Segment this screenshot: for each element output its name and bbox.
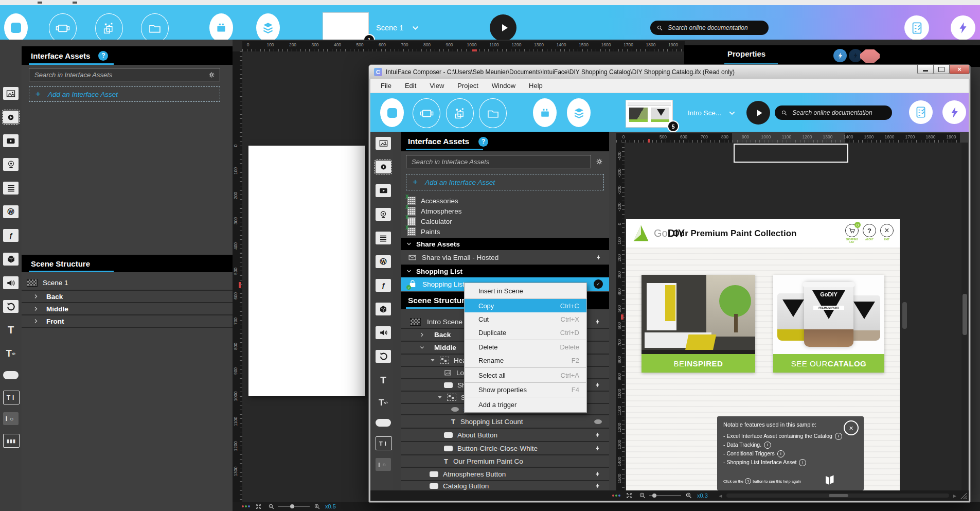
devices-button[interactable]	[49, 13, 77, 43]
button-asset-button[interactable]	[3, 371, 19, 379]
scene-row-scene1[interactable]: Scene 1	[22, 275, 233, 291]
zoom-out-icon[interactable]	[268, 503, 275, 510]
layers-button[interactable]	[567, 98, 591, 127]
checklist-button[interactable]	[909, 100, 933, 124]
scene-row-atmospheres-button[interactable]: Atmospheres Button	[401, 468, 609, 481]
menu-edit[interactable]: Edit	[405, 82, 416, 90]
text-input-asset-button[interactable]: TI	[376, 436, 392, 450]
text-asset-button[interactable]: T	[376, 374, 391, 386]
undo-asset-button[interactable]	[3, 300, 19, 313]
webcam-asset-button[interactable]	[376, 208, 391, 221]
info-icon[interactable]: i	[799, 459, 806, 466]
group-share-assets[interactable]: Share Assets	[401, 238, 609, 250]
asset-row-share-email[interactable]: Share via Email - Hosted	[401, 251, 609, 265]
menu-item-duplicate[interactable]: DuplicateCtrl+D	[465, 326, 586, 340]
3d-asset-button[interactable]	[3, 253, 19, 266]
undo-asset-button[interactable]	[376, 350, 391, 363]
scene-thumbnail[interactable]	[626, 100, 673, 128]
scroll-right-arrow[interactable]: ►	[952, 493, 957, 499]
content-library-button[interactable]	[141, 13, 169, 43]
h-scrollbar-thumb[interactable]	[829, 494, 848, 497]
resize-grip[interactable]	[959, 492, 967, 499]
snap-grid-icon[interactable]	[612, 495, 620, 497]
layers-button[interactable]	[256, 13, 280, 42]
catalog-banner[interactable]: SEE OUR CATALOG	[773, 354, 884, 373]
popup-close-icon[interactable]: ×	[844, 420, 859, 435]
checklist-button[interactable]	[904, 15, 929, 40]
video-player-asset-button[interactable]	[3, 134, 19, 147]
richtext-asset-button[interactable]: T‹/›	[376, 396, 391, 409]
devices-button[interactable]	[413, 98, 440, 128]
asset-row-atmospheres[interactable]: X Atmospheres	[407, 206, 608, 216]
snap-grid-icon[interactable]	[242, 505, 250, 507]
menu-project[interactable]: Project	[457, 82, 478, 90]
info-icon[interactable]: i	[777, 450, 785, 457]
video-player-asset-button[interactable]	[376, 184, 391, 197]
about-button[interactable]: ? ABOUT	[861, 224, 878, 241]
asset-search[interactable]	[29, 68, 220, 81]
scene-row-about-button[interactable]: About Button	[401, 429, 609, 442]
scene-row-catalog-button[interactable]: Catalog Button	[401, 481, 609, 490]
group-shopping-list[interactable]: Shopping List	[401, 265, 609, 277]
asset-row-paints[interactable]: X Paints	[407, 226, 608, 237]
progress-asset-button[interactable]: ▮▮▮	[3, 434, 20, 448]
scene-selector-label[interactable]: Intro Sce...	[688, 109, 721, 117]
doc-search[interactable]	[775, 105, 892, 120]
layer-row-middle[interactable]: Middle	[22, 303, 233, 315]
lightning-icon[interactable]	[594, 445, 601, 452]
record-octagon-icon[interactable]	[860, 49, 880, 63]
menu-view[interactable]: View	[430, 82, 444, 90]
scenes-button[interactable]	[95, 13, 123, 43]
menu-item-rename[interactable]: RenameF2	[465, 354, 586, 367]
menu-item-show-properties[interactable]: Show propertiesF4	[465, 383, 586, 397]
inspired-banner[interactable]: BE INSPIRED	[642, 354, 755, 373]
help-icon[interactable]: ?	[478, 137, 488, 147]
pin-icon[interactable]	[833, 49, 847, 62]
asset-search-input[interactable]	[411, 157, 586, 166]
zoom-slider[interactable]	[649, 495, 681, 496]
lightning-icon[interactable]	[595, 254, 602, 261]
zoom-slider-thumb[interactable]	[652, 494, 656, 498]
play-button[interactable]	[746, 101, 770, 125]
help-icon[interactable]: ?	[98, 51, 108, 61]
menu-help[interactable]: Help	[529, 82, 543, 90]
chevron-down-icon[interactable]	[419, 345, 425, 350]
gear-icon[interactable]	[595, 157, 603, 166]
button-asset-button[interactable]	[376, 419, 391, 427]
triangle-down-icon[interactable]	[430, 357, 436, 363]
minimize-button[interactable]	[917, 65, 934, 74]
asset-row-calculator[interactable]: X Calculator	[407, 216, 608, 226]
close-button[interactable]: ×	[949, 65, 970, 74]
add-interface-asset[interactable]: + Add an Interface Asset	[406, 174, 604, 190]
zoom-in-icon[interactable]	[685, 492, 692, 499]
scene-canvas[interactable]	[248, 146, 365, 396]
menu-item-insert-in-scene[interactable]: Insert in Scene	[465, 283, 586, 298]
menu-item-copy[interactable]: CopyCtrl+C	[465, 299, 586, 312]
lightning-icon[interactable]	[594, 432, 601, 438]
zoom-out-icon[interactable]	[639, 492, 646, 499]
fit-view-icon[interactable]	[626, 492, 633, 499]
scene-row-shopping-list-count[interactable]: T Shopping List Count	[401, 415, 609, 429]
word-asset-button[interactable]: Ⓦ	[3, 205, 19, 218]
flash-asset-button[interactable]: ƒ	[376, 279, 391, 292]
webcam-asset-button[interactable]	[3, 158, 19, 171]
maximize-button[interactable]	[933, 65, 950, 74]
layer-row-front[interactable]: Front	[22, 315, 233, 328]
word-asset-button[interactable]: Ⓦ	[376, 255, 391, 268]
video-clip-asset-button[interactable]	[376, 161, 391, 173]
scene-row-button-circle-close-white[interactable]: Button-Circle-Close-White	[401, 442, 609, 455]
interface-assets-button[interactable]	[533, 98, 557, 127]
fit-view-icon[interactable]	[255, 503, 262, 510]
document-asset-button[interactable]	[3, 182, 19, 195]
lightning-icon[interactable]	[594, 382, 601, 389]
richtext-asset-button[interactable]: T‹/›	[3, 347, 19, 360]
doc-search-input[interactable]	[667, 24, 762, 32]
canvas-vscrollbar[interactable]	[961, 143, 968, 490]
scene-thumbnail[interactable]	[323, 12, 369, 41]
exit-button[interactable]: × EXIT	[878, 224, 896, 241]
asset-search-input[interactable]	[33, 71, 208, 79]
play-button[interactable]	[490, 14, 516, 41]
menu-item-select-all[interactable]: Select allCtrl+A	[465, 368, 586, 382]
zoom-slider[interactable]	[278, 506, 310, 507]
text-asset-button[interactable]: T	[3, 324, 19, 337]
